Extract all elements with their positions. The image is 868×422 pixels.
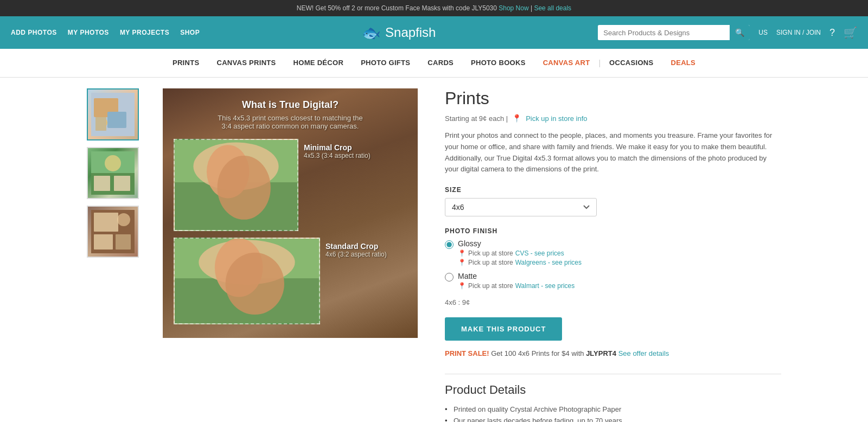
- my-photos-link[interactable]: MY PHOTOS: [68, 29, 109, 36]
- price-indicator: 4x6 : 9¢: [445, 298, 781, 306]
- size-select[interactable]: 4x6 4x5.3 5x7 8x10 11x14: [445, 198, 597, 216]
- map-pin-walgreens: 📍: [458, 259, 466, 266]
- announcement-text: NEW! Get 50% off 2 or more Custom Face M…: [297, 4, 499, 12]
- pickup-store-text: Pick up at store: [468, 250, 513, 257]
- thumbnails: [87, 88, 141, 422]
- svg-point-9: [105, 155, 121, 171]
- nav-photo-books[interactable]: PHOTO BOOKS: [462, 49, 534, 77]
- print-sale-text: Get 100 4x6 Prints for $4 with: [491, 349, 586, 357]
- map-pin-cvs: 📍: [458, 250, 466, 257]
- product-title: Prints: [445, 88, 781, 108]
- divider: [445, 374, 781, 374]
- nav-deals[interactable]: DEALS: [662, 49, 704, 77]
- nav-home-decor[interactable]: HOME DÉCOR: [285, 49, 353, 77]
- svg-rect-11: [94, 213, 118, 232]
- photo-item-standard: Standard Crop 4x6 (3:2 aspect ratio): [174, 238, 407, 324]
- nav-occasions[interactable]: OCCASIONS: [601, 49, 662, 77]
- size-label: SIZE: [445, 186, 781, 194]
- cvs-pickup: 📍 Pick up at store CVS - see prices: [458, 250, 582, 257]
- see-deals-link[interactable]: See all deals: [534, 4, 571, 12]
- product-panel: Prints Starting at 9¢ each | 📍 Pick up i…: [439, 88, 781, 422]
- logo-container: 🐟 Snapfish: [362, 24, 436, 42]
- walgreens-pickup: 📍 Pick up at store Walgreens - see price…: [458, 259, 582, 266]
- svg-rect-13: [116, 234, 131, 250]
- standard-crop-label: Standard Crop: [326, 242, 387, 251]
- photo-box-minimal: [174, 139, 298, 231]
- content-area: What is True Digital? This 4x5.3 print c…: [54, 78, 814, 422]
- matte-option: Matte 📍 Pick up at store Walmart - see p…: [445, 272, 781, 290]
- main-image: What is True Digital? This 4x5.3 print c…: [163, 88, 418, 338]
- starting-price-text: Starting at 9¢ each |: [445, 114, 508, 123]
- nav-canvas-prints[interactable]: CANVAS PRINTS: [208, 49, 284, 77]
- photo-label-minimal: Minimal Crop 4x5.3 (3:4 aspect ratio): [304, 139, 371, 159]
- main-nav: PRINTS CANVAS PRINTS HOME DÉCOR PHOTO GI…: [0, 49, 868, 78]
- svg-point-19: [218, 156, 271, 220]
- top-nav-links: ADD PHOTOS MY PHOTOS MY PROJECTS SHOP: [11, 29, 200, 36]
- nav-photo-gifts[interactable]: PHOTO GIFTS: [352, 49, 419, 77]
- pickup-store-text-wm: Pick up at store: [468, 282, 513, 290]
- svg-point-14: [117, 213, 130, 226]
- product-details-list: Printed on quality Crystal Archive Photo…: [445, 404, 781, 422]
- region-selector[interactable]: US: [758, 29, 768, 36]
- sign-in-link[interactable]: SIGN IN / JOIN: [776, 29, 821, 36]
- my-projects-link[interactable]: MY PROJECTS: [120, 29, 169, 36]
- glossy-option: Glossy 📍 Pick up at store CVS - see pric…: [445, 239, 781, 266]
- announcement-bar: NEW! Get 50% off 2 or more Custom Face M…: [0, 0, 868, 16]
- walmart-link[interactable]: Walmart - see prices: [515, 282, 575, 290]
- svg-point-24: [226, 253, 284, 315]
- thumbnail-1-image: [91, 93, 135, 136]
- glossy-label[interactable]: Glossy: [458, 239, 481, 248]
- cart-icon[interactable]: 🛒: [844, 26, 857, 39]
- logo-icon: 🐟: [362, 24, 381, 42]
- pickup-store-text-wg: Pick up at store: [468, 259, 513, 266]
- thumbnail-3[interactable]: [87, 206, 139, 258]
- svg-rect-7: [94, 176, 110, 191]
- svg-rect-12: [94, 234, 113, 250]
- search-input[interactable]: [598, 25, 730, 40]
- standard-crop-image: [175, 238, 319, 324]
- thumbnail-2-image: [91, 151, 135, 195]
- shop-link[interactable]: SHOP: [180, 29, 200, 36]
- product-details-title: Product Details: [445, 383, 781, 397]
- svg-rect-4: [95, 117, 106, 131]
- walmart-pickup: 📍 Pick up at store Walmart - see prices: [458, 282, 575, 290]
- print-sale-label: PRINT SALE!: [445, 349, 489, 357]
- make-product-button[interactable]: MAKE THIS PRODUCT: [445, 317, 562, 341]
- top-nav-right: 🔍 US SIGN IN / JOIN ? 🛒: [598, 25, 857, 40]
- logo[interactable]: 🐟 Snapfish: [362, 24, 436, 42]
- product-description: Print your photos and connect to the peo…: [445, 130, 781, 175]
- add-photos-link[interactable]: ADD PHOTOS: [11, 29, 57, 36]
- matte-label[interactable]: Matte: [458, 272, 477, 280]
- thumbnail-3-image: [91, 210, 135, 253]
- standard-crop-sub: 4x6 (3:2 aspect ratio): [326, 251, 387, 258]
- starting-price: Starting at 9¢ each | 📍 Pick up in store…: [445, 114, 781, 123]
- nav-canvas-art[interactable]: CANVAS ART: [534, 49, 599, 77]
- main-image-container: What is True Digital? This 4x5.3 print c…: [163, 88, 418, 422]
- detail-1: Printed on quality Crystal Archive Photo…: [445, 404, 781, 415]
- cvs-link[interactable]: CVS - see prices: [515, 250, 564, 257]
- minimal-crop-sub: 4x5.3 (3:4 aspect ratio): [304, 152, 371, 159]
- print-sale: PRINT SALE! Get 100 4x6 Prints for $4 wi…: [445, 349, 781, 357]
- print-sale-code: JLYPRT4: [586, 349, 616, 357]
- shop-now-link[interactable]: Shop Now: [499, 4, 528, 12]
- thumbnail-2[interactable]: [87, 147, 139, 199]
- photo-finish-label: PHOTO FINISH: [445, 227, 781, 235]
- photo-finish-section: PHOTO FINISH Glossy 📍 Pick up at store C…: [445, 227, 781, 290]
- minimal-crop-image: [175, 139, 297, 231]
- nav-cards[interactable]: CARDS: [419, 49, 462, 77]
- photo-comparison: Minimal Crop 4x5.3 (3:4 aspect ratio): [174, 139, 407, 324]
- matte-radio[interactable]: [445, 273, 454, 282]
- pickup-link[interactable]: Pick up in store info: [526, 114, 587, 123]
- walgreens-link[interactable]: Walgreens - see prices: [515, 259, 582, 266]
- nav-prints[interactable]: PRINTS: [164, 49, 208, 77]
- glossy-radio[interactable]: [445, 240, 454, 249]
- help-icon[interactable]: ?: [829, 27, 835, 39]
- thumbnail-1[interactable]: [87, 88, 139, 140]
- top-nav: ADD PHOTOS MY PHOTOS MY PROJECTS SHOP 🐟 …: [0, 16, 868, 49]
- search-button[interactable]: 🔍: [730, 25, 750, 40]
- see-offer-link[interactable]: See offer details: [618, 349, 669, 357]
- photo-item-minimal: Minimal Crop 4x5.3 (3:4 aspect ratio): [174, 139, 407, 231]
- main-image-subtitle: This 4x5.3 print comes closest to matchi…: [218, 114, 362, 130]
- svg-rect-8: [114, 176, 130, 191]
- detail-2: Our paper lasts decades before fading, u…: [445, 415, 781, 422]
